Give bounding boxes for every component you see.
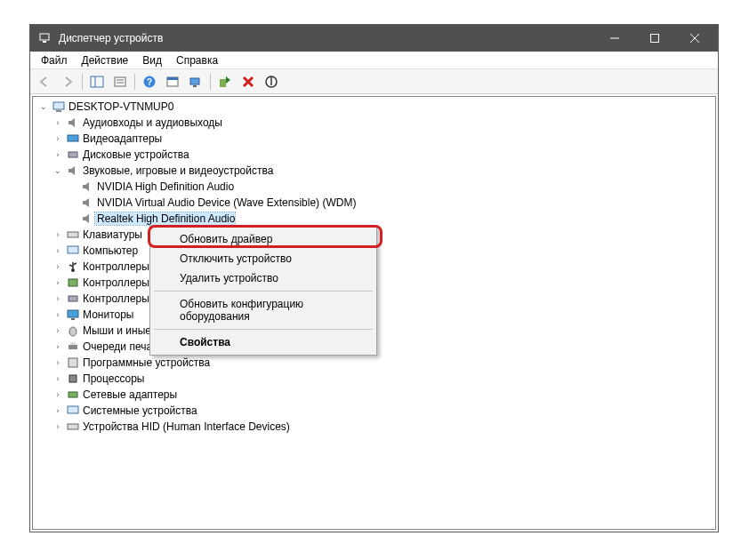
tree-device[interactable]: NVIDIA Virtual Audio Device (Wave Extens… <box>33 195 715 211</box>
expander-closed-icon[interactable]: › <box>51 390 65 399</box>
action-button[interactable] <box>162 72 183 92</box>
expander-closed-icon[interactable]: › <box>51 326 65 335</box>
menu-update-driver[interactable]: Обновить драйвер <box>153 229 374 249</box>
speaker-icon <box>79 196 95 209</box>
tree-category[interactable]: › Сетевые адаптеры <box>33 387 715 403</box>
tree-category[interactable]: › Видеоадаптеры <box>33 131 715 147</box>
speaker-icon <box>79 212 95 225</box>
keyboard-icon <box>65 228 81 241</box>
tree-device[interactable]: NVIDIA High Definition Audio <box>33 179 715 195</box>
svg-rect-23 <box>68 135 78 141</box>
svg-rect-3 <box>650 35 658 43</box>
svg-rect-42 <box>68 424 78 429</box>
expander-closed-icon[interactable]: › <box>51 230 65 239</box>
tree-device-selected[interactable]: Realtek High Definition Audio <box>33 211 715 227</box>
tree-label: Компьютер <box>81 244 138 257</box>
expander-closed-icon[interactable]: › <box>51 310 65 319</box>
svg-rect-40 <box>68 392 77 397</box>
svg-rect-38 <box>68 358 77 367</box>
maximize-button[interactable] <box>634 25 674 52</box>
svg-rect-36 <box>68 345 77 349</box>
tree-label: NVIDIA High Definition Audio <box>95 180 234 193</box>
svg-rect-41 <box>68 406 78 413</box>
expander-closed-icon[interactable]: › <box>51 294 65 303</box>
tree-category[interactable]: › Устройства HID (Human Interface Device… <box>33 419 715 435</box>
software-device-icon <box>65 356 81 369</box>
tree-category[interactable]: › Системные устройства <box>33 403 715 419</box>
network-adapter-icon <box>65 388 81 401</box>
menubar: Файл Действие Вид Справка <box>30 52 718 69</box>
tree-label: Клавиатуры <box>81 228 142 241</box>
expander-closed-icon[interactable]: › <box>51 406 65 415</box>
back-button[interactable] <box>34 72 55 92</box>
svg-rect-24 <box>68 152 77 157</box>
show-hide-tree-button[interactable] <box>86 72 108 92</box>
tree-root[interactable]: ⌄ DESKTOP-VTNMUP0 <box>33 99 715 115</box>
svg-rect-0 <box>40 34 49 40</box>
tree-label: Realtek High Definition Audio <box>95 212 235 225</box>
svg-rect-32 <box>68 296 77 301</box>
context-menu: Обновить драйвер Отключить устройство Уд… <box>149 226 377 356</box>
expander-open-icon[interactable]: ⌄ <box>36 102 51 111</box>
ide-controller-icon <box>65 292 81 305</box>
menu-action[interactable]: Действие <box>75 52 136 68</box>
menu-file[interactable]: Файл <box>34 52 75 68</box>
display-adapter-icon <box>65 132 81 145</box>
speaker-icon <box>65 164 81 177</box>
uninstall-button[interactable] <box>238 72 259 92</box>
usb-icon <box>65 260 81 273</box>
svg-rect-17 <box>220 79 226 87</box>
tree-label: Сетевые адаптеры <box>81 388 177 401</box>
expander-open-icon[interactable]: ⌄ <box>51 166 65 175</box>
close-button[interactable] <box>674 25 714 52</box>
expander-closed-icon[interactable]: › <box>51 118 65 127</box>
toolbar-separator <box>134 74 135 90</box>
update-driver-button[interactable] <box>214 72 236 92</box>
menu-properties[interactable]: Свойства <box>153 332 374 352</box>
scan-hardware-button[interactable] <box>185 72 206 92</box>
tree-label: Процессоры <box>81 372 145 385</box>
forward-button[interactable] <box>57 72 78 92</box>
expander-closed-icon[interactable]: › <box>51 422 65 431</box>
app-icon <box>37 31 52 45</box>
expander-closed-icon[interactable]: › <box>51 262 65 271</box>
monitor-icon <box>65 308 81 321</box>
minimize-button[interactable] <box>594 25 634 52</box>
speaker-icon <box>79 180 95 193</box>
tree-category[interactable]: ⌄ Звуковые, игровые и видеоустройства <box>33 163 715 179</box>
help-button[interactable]: ? <box>139 72 160 92</box>
expander-closed-icon[interactable]: › <box>51 278 65 287</box>
expander-closed-icon[interactable]: › <box>51 134 65 143</box>
tree-category[interactable]: › Процессоры <box>33 371 715 387</box>
properties-button[interactable] <box>109 72 131 92</box>
expander-closed-icon[interactable]: › <box>51 358 65 367</box>
svg-rect-25 <box>68 232 78 237</box>
menu-view[interactable]: Вид <box>135 52 169 68</box>
svg-text:?: ? <box>147 77 152 87</box>
menu-uninstall-device[interactable]: Удалить устройство <box>153 268 374 288</box>
titlebar[interactable]: Диспетчер устройств <box>30 25 718 52</box>
tree-category[interactable]: › Программные устройства <box>33 355 715 371</box>
toolbar: ? <box>30 69 718 94</box>
svg-rect-14 <box>167 77 178 80</box>
tree-label: Дисковые устройства <box>81 148 189 161</box>
tree-label: Устройства HID (Human Interface Devices) <box>81 420 290 433</box>
expander-closed-icon[interactable]: › <box>51 374 65 383</box>
expander-closed-icon[interactable]: › <box>51 342 65 351</box>
tree-label: DESKTOP-VTNMUP0 <box>67 100 173 113</box>
svg-rect-1 <box>43 41 46 43</box>
menu-help[interactable]: Справка <box>169 52 225 68</box>
expander-closed-icon[interactable]: › <box>51 150 65 159</box>
tree-category[interactable]: › Аудиовходы и аудиовыходы <box>33 115 715 131</box>
menu-separator <box>154 291 373 292</box>
svg-rect-22 <box>56 110 61 112</box>
svg-point-35 <box>69 327 77 336</box>
expander-closed-icon[interactable]: › <box>51 246 65 255</box>
menu-separator <box>154 329 373 330</box>
tree-category[interactable]: › Дисковые устройства <box>33 147 715 163</box>
disable-button[interactable] <box>261 72 282 92</box>
svg-rect-37 <box>70 342 76 345</box>
svg-rect-15 <box>190 78 199 84</box>
menu-scan-hardware[interactable]: Обновить конфигурацию оборудования <box>153 294 374 326</box>
menu-disable-device[interactable]: Отключить устройство <box>153 249 374 268</box>
